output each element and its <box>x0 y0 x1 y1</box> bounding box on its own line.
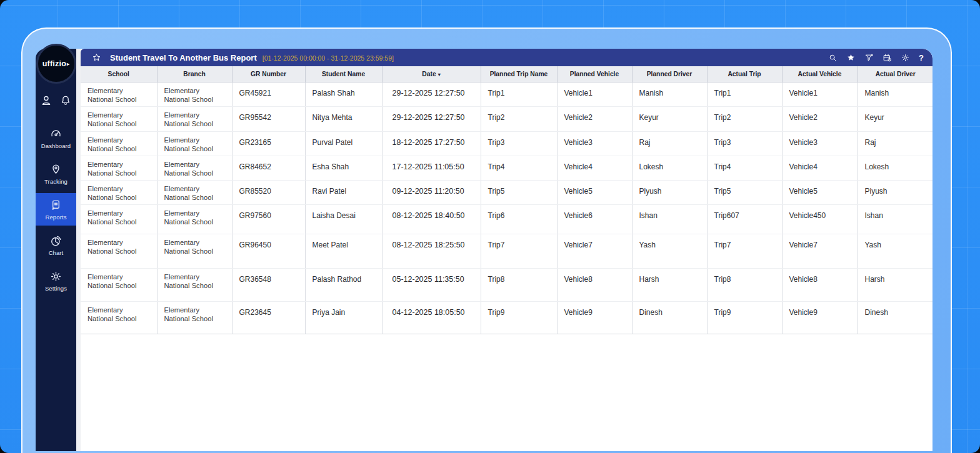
cell-actual-driver: Yash <box>858 234 932 268</box>
column-header-student-name[interactable]: Student Name <box>305 66 382 82</box>
sidebar-item-label: Dashboard <box>41 142 71 149</box>
table-row[interactable]: Elementary National SchoolElementary Nat… <box>81 131 932 156</box>
settings-icon[interactable] <box>901 53 910 62</box>
cell-date: 08-12-2025 18:40:50 <box>382 204 481 234</box>
cell-gr-number: GR23645 <box>232 301 305 334</box>
cell-actual-vehicle: Vehicle9 <box>782 301 858 334</box>
column-header-actual-vehicle[interactable]: Actual Vehicle <box>782 66 858 82</box>
column-header-date[interactable]: Date▾ <box>382 66 481 82</box>
cell-date: 04-12-2025 18:05:50 <box>382 301 481 334</box>
cell-actual-driver: Piyush <box>858 180 932 204</box>
table-row[interactable]: Elementary National SchoolElementary Nat… <box>81 180 932 204</box>
chart-icon <box>49 234 62 247</box>
cell-school: Elementary National School <box>81 268 157 301</box>
cell-planned-driver: Yash <box>632 234 707 268</box>
column-header-planned-driver[interactable]: Planned Driver <box>632 66 707 82</box>
table-row[interactable]: Elementary National SchoolElementary Nat… <box>81 204 932 234</box>
cell-planned-vehicle: Vehicle4 <box>557 156 632 180</box>
empty-content-area <box>81 334 932 452</box>
cell-actual-vehicle: Vehicle2 <box>782 106 858 131</box>
sidebar-item-dashboard[interactable]: Dashboard <box>36 122 76 154</box>
cell-school: Elementary National School <box>81 156 157 180</box>
notifications-icon[interactable] <box>59 94 72 107</box>
cell-actual-trip: Trip607 <box>707 204 782 234</box>
cell-student-name: Priya Jain <box>305 301 382 334</box>
cell-planned-trip-name: Trip5 <box>481 180 557 204</box>
cell-gr-number: GR97560 <box>232 204 305 234</box>
cell-actual-vehicle: Vehicle5 <box>782 180 858 204</box>
cell-planned-driver: Keyur <box>632 106 707 131</box>
column-header-school[interactable]: School <box>81 66 157 82</box>
sidebar-item-label: Settings <box>45 285 67 292</box>
table-row[interactable]: Elementary National SchoolElementary Nat… <box>81 106 932 131</box>
topbar-actions: ? <box>828 53 924 62</box>
column-header-gr-number[interactable]: GR Number <box>232 66 305 82</box>
search-icon[interactable] <box>828 53 838 62</box>
cell-planned-trip-name: Trip9 <box>481 301 557 334</box>
sidebar-nav: DashboardTrackingReportsChartSettings <box>36 122 76 300</box>
cell-gr-number: GR36548 <box>232 268 305 301</box>
cell-actual-vehicle: Vehicle450 <box>782 204 858 234</box>
cell-branch: Elementary National School <box>157 234 232 268</box>
logo-text: uffizio <box>42 59 66 68</box>
sidebar-item-tracking[interactable]: Tracking <box>36 157 76 190</box>
cell-student-name: Meet Patel <box>305 234 382 268</box>
cell-actual-trip: Trip1 <box>707 82 782 106</box>
cell-school: Elementary National School <box>81 234 157 268</box>
cell-actual-trip: Trip9 <box>707 301 782 334</box>
cell-date: 29-12-2025 12:27:50 <box>382 106 481 131</box>
filter-icon[interactable] <box>864 53 874 62</box>
cell-planned-trip-name: Trip8 <box>481 268 557 301</box>
column-header-planned-vehicle[interactable]: Planned Vehicle <box>557 66 632 82</box>
uffizio-logo: uffizio▸ <box>36 44 76 84</box>
sort-desc-icon: ▾ <box>438 72 441 77</box>
cell-student-name: Laisha Desai <box>305 204 382 234</box>
column-header-branch[interactable]: Branch <box>157 66 232 82</box>
column-header-actual-driver[interactable]: Actual Driver <box>858 66 932 82</box>
cell-gr-number: GR45921 <box>232 82 305 106</box>
cell-planned-vehicle: Vehicle7 <box>557 234 632 268</box>
star-outline-icon[interactable] <box>92 53 101 62</box>
favorites-icon[interactable] <box>846 53 856 62</box>
sidebar-item-label: Reports <box>46 214 67 221</box>
settings-icon <box>49 270 62 283</box>
sidebar-item-reports[interactable]: Reports <box>36 193 76 226</box>
cell-planned-vehicle: Vehicle6 <box>557 204 632 234</box>
user-icon[interactable] <box>40 94 52 107</box>
cell-planned-trip-name: Trip4 <box>481 156 557 180</box>
table-row[interactable]: Elementary National SchoolElementary Nat… <box>81 268 932 301</box>
cell-planned-driver: Lokesh <box>632 156 707 180</box>
cell-actual-trip: Trip8 <box>707 268 782 301</box>
cell-planned-vehicle: Vehicle5 <box>557 180 632 204</box>
cell-school: Elementary National School <box>81 180 157 204</box>
table-row[interactable]: Elementary National SchoolElementary Nat… <box>81 156 932 180</box>
sidebar-item-settings[interactable]: Settings <box>36 264 76 297</box>
table-row[interactable]: Elementary National SchoolElementary Nat… <box>81 234 932 268</box>
cell-planned-driver: Raj <box>632 131 707 156</box>
main-panel: Student Travel To Another Bus Report [01… <box>76 49 932 451</box>
cell-branch: Elementary National School <box>157 131 232 156</box>
cell-actual-vehicle: Vehicle4 <box>782 156 858 180</box>
cell-actual-vehicle: Vehicle8 <box>782 268 858 301</box>
cell-actual-trip: Trip3 <box>707 131 782 156</box>
table-row[interactable]: Elementary National SchoolElementary Nat… <box>81 301 932 334</box>
cell-branch: Elementary National School <box>157 301 232 334</box>
cell-actual-driver: Raj <box>858 131 932 156</box>
report-table: SchoolBranchGR NumberStudent NameDate▾Pl… <box>81 66 932 334</box>
sidebar-item-chart[interactable]: Chart <box>36 229 76 261</box>
cell-school: Elementary National School <box>81 82 157 106</box>
cell-actual-trip: Trip5 <box>707 180 782 204</box>
column-header-planned-trip-name[interactable]: Planned Trip Name <box>481 66 557 82</box>
cell-student-name: Purval Patel <box>305 131 382 156</box>
cell-student-name: Esha Shah <box>305 156 382 180</box>
cell-branch: Elementary National School <box>157 156 232 180</box>
cell-actual-driver: Keyur <box>858 106 932 131</box>
help-icon[interactable]: ? <box>919 54 924 62</box>
column-header-actual-trip[interactable]: Actual Trip <box>707 66 782 82</box>
table-row[interactable]: Elementary National SchoolElementary Nat… <box>81 82 932 106</box>
cell-planned-driver: Harsh <box>632 268 707 301</box>
cell-student-name: Ravi Patel <box>305 180 382 204</box>
schedule-report-icon[interactable] <box>882 53 892 62</box>
cell-planned-vehicle: Vehicle8 <box>557 268 632 301</box>
sidebar-item-label: Chart <box>49 249 64 256</box>
